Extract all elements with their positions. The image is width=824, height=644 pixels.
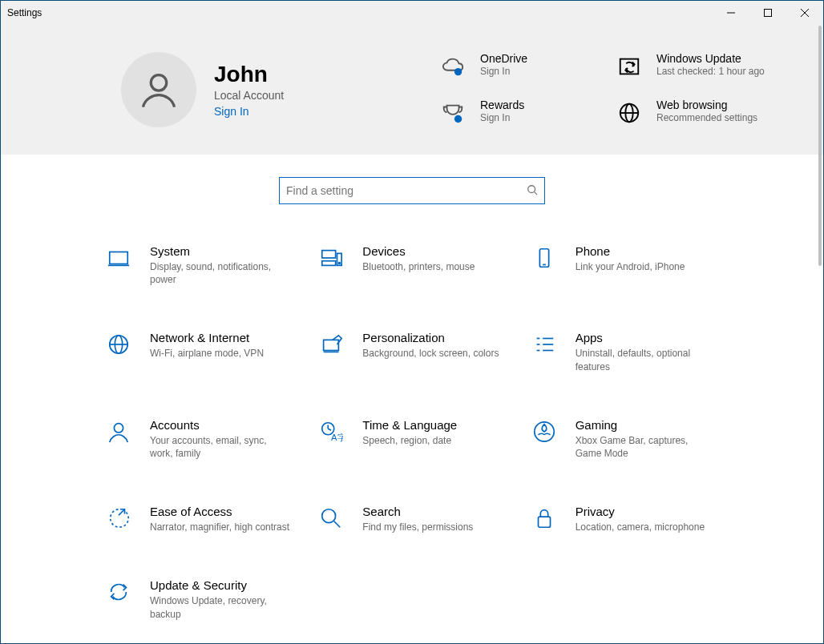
privacy-icon xyxy=(531,505,558,532)
category-title: Personalization xyxy=(362,331,499,344)
category-subtitle: Uninstall, defaults, optional features xyxy=(576,347,716,372)
tile-rewards[interactable]: Rewards Sign In xyxy=(438,99,599,127)
accounts-icon xyxy=(105,418,132,445)
tile-windows-update[interactable]: Windows Update Last checked: 1 hour ago xyxy=(615,52,775,81)
category-subtitle: Speech, region, date xyxy=(362,434,457,447)
category-title: Privacy xyxy=(576,505,705,518)
svg-point-7 xyxy=(454,115,462,123)
svg-rect-1 xyxy=(765,10,772,17)
category-subtitle: Link your Android, iPhone xyxy=(576,260,685,273)
svg-point-4 xyxy=(151,75,167,91)
category-network[interactable]: Network & InternetWi-Fi, airplane mode, … xyxy=(105,331,293,372)
category-title: Gaming xyxy=(576,418,716,432)
devices-icon xyxy=(317,244,345,272)
category-title: Devices xyxy=(362,244,475,258)
svg-point-38 xyxy=(322,509,336,523)
category-title: Time & Language xyxy=(362,418,457,432)
category-title: Accounts xyxy=(150,418,290,432)
svg-rect-40 xyxy=(538,517,550,527)
time-language-icon: A字 xyxy=(317,418,345,445)
category-update-security[interactable]: Update & SecurityWindows Update, recover… xyxy=(105,578,293,620)
settings-header: John Local Account Sign In OneDrive Sign… xyxy=(1,25,823,155)
settings-main: SystemDisplay, sound, notifications, pow… xyxy=(1,155,823,621)
tile-subtitle: Last checked: 1 hour ago xyxy=(656,66,765,78)
category-apps[interactable]: AppsUninstall, defaults, optional featur… xyxy=(531,331,719,372)
category-privacy[interactable]: PrivacyLocation, camera, microphone xyxy=(531,505,719,533)
category-subtitle: Your accounts, email, sync, work, family xyxy=(150,434,290,460)
category-subtitle: Bluetooth, printers, mouse xyxy=(362,260,475,273)
svg-rect-24 xyxy=(324,340,339,351)
category-title: System xyxy=(150,244,290,258)
titlebar: Settings xyxy=(1,1,823,25)
category-search[interactable]: SearchFind my files, permissions xyxy=(317,505,506,533)
user-icon xyxy=(138,69,180,111)
tile-subtitle: Sign In xyxy=(480,66,527,78)
tile-title: Web browsing xyxy=(656,99,757,111)
category-ease-of-access[interactable]: Ease of AccessNarrator, magnifier, high … xyxy=(105,505,293,533)
category-subtitle: Narrator, magnifier, high contrast xyxy=(150,521,289,533)
minimize-button[interactable] xyxy=(713,1,749,25)
category-accounts[interactable]: AccountsYour accounts, email, sync, work… xyxy=(105,418,293,460)
category-subtitle: Windows Update, recovery, backup xyxy=(150,594,290,620)
close-button[interactable] xyxy=(786,1,823,25)
tile-title: OneDrive xyxy=(480,52,527,65)
update-security-icon xyxy=(105,578,132,606)
svg-point-32 xyxy=(114,423,123,432)
scrollbar[interactable] xyxy=(818,26,822,266)
search-box[interactable] xyxy=(279,177,545,204)
tile-subtitle: Recommended settings xyxy=(656,112,757,125)
category-subtitle: Wi-Fi, airplane mode, VPN xyxy=(150,347,264,360)
phone-icon xyxy=(531,244,558,272)
svg-line-39 xyxy=(334,521,341,528)
svg-point-5 xyxy=(454,68,462,75)
profile-text: John Local Account Sign In xyxy=(214,62,284,118)
category-title: Apps xyxy=(576,331,716,344)
svg-line-35 xyxy=(329,429,332,430)
category-personalization[interactable]: PersonalizationBackground, lock screen, … xyxy=(317,331,506,372)
tile-subtitle: Sign In xyxy=(480,112,524,125)
rewards-icon xyxy=(438,99,467,127)
svg-text:A字: A字 xyxy=(331,433,343,442)
profile-signin-link[interactable]: Sign In xyxy=(214,105,284,118)
category-devices[interactable]: DevicesBluetooth, printers, mouse xyxy=(317,244,506,286)
svg-rect-13 xyxy=(110,252,128,264)
profile-section: John Local Account Sign In xyxy=(121,52,410,127)
category-subtitle: Background, lock screen, colors xyxy=(362,347,499,360)
svg-point-18 xyxy=(339,263,341,264)
category-system[interactable]: SystemDisplay, sound, notifications, pow… xyxy=(105,244,293,286)
personalization-icon xyxy=(317,331,345,358)
categories-grid: SystemDisplay, sound, notifications, pow… xyxy=(1,204,823,621)
category-gaming[interactable]: GamingXbox Game Bar, captures, Game Mode xyxy=(531,418,719,460)
category-title: Ease of Access xyxy=(150,505,289,518)
category-subtitle: Display, sound, notifications, power xyxy=(150,260,290,286)
category-title: Search xyxy=(362,505,473,518)
svg-line-12 xyxy=(535,191,538,195)
category-time-language[interactable]: A字 Time & LanguageSpeech, region, date xyxy=(317,418,506,460)
network-icon xyxy=(105,331,132,358)
category-phone[interactable]: PhoneLink your Android, iPhone xyxy=(531,244,719,286)
globe-icon xyxy=(615,99,644,127)
svg-rect-15 xyxy=(322,251,336,258)
tile-web-browsing[interactable]: Web browsing Recommended settings xyxy=(615,99,775,127)
category-subtitle: Location, camera, microphone xyxy=(576,521,705,533)
category-title: Update & Security xyxy=(150,578,290,592)
search-input[interactable] xyxy=(286,184,527,197)
system-icon xyxy=(105,244,132,272)
window-controls xyxy=(713,1,823,25)
category-title: Network & Internet xyxy=(150,331,264,344)
category-title: Phone xyxy=(576,244,685,258)
profile-account-type: Local Account xyxy=(214,89,284,102)
ease-of-access-icon xyxy=(105,505,132,532)
svg-rect-16 xyxy=(322,261,336,266)
profile-name: John xyxy=(214,62,284,87)
search-category-icon xyxy=(317,505,345,532)
avatar xyxy=(121,52,196,127)
tile-title: Rewards xyxy=(480,99,524,111)
category-subtitle: Xbox Game Bar, captures, Game Mode xyxy=(576,434,716,460)
gaming-icon xyxy=(531,418,558,445)
search-icon xyxy=(527,184,538,198)
category-subtitle: Find my files, permissions xyxy=(362,521,473,533)
maximize-button[interactable] xyxy=(749,1,786,25)
windows-update-icon xyxy=(615,52,644,81)
tile-onedrive[interactable]: OneDrive Sign In xyxy=(438,52,599,81)
